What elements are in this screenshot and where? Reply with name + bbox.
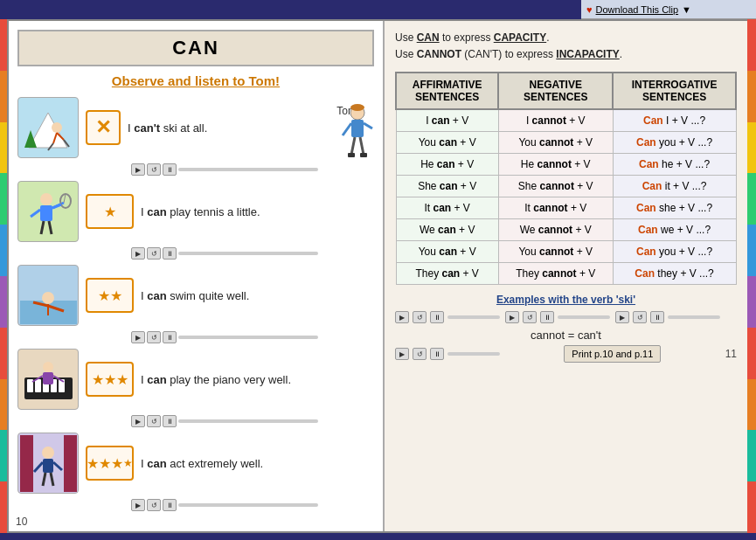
audio-group-1[interactable]: ▶ ↺ ⏸ — [395, 311, 500, 323]
sentence-text-3: I can swim quite well. — [141, 289, 374, 302]
right-panel: Use CAN to express CAPACITY. Use CANNOT … — [385, 21, 747, 531]
ex-play-2[interactable]: ▶ — [505, 311, 519, 323]
int-cell-1: Can you + V ...? — [613, 132, 736, 154]
svg-rect-19 — [40, 205, 52, 221]
audio-group-2[interactable]: ▶ ↺ ⏸ — [505, 311, 610, 323]
ex-pause-2[interactable]: ⏸ — [540, 311, 554, 323]
play-btn-2[interactable]: ▶ — [131, 247, 145, 260]
play-btn-3[interactable]: ▶ — [131, 331, 145, 343]
ex-play-3[interactable]: ▶ — [615, 311, 629, 323]
ex-stop-1[interactable]: ↺ — [413, 311, 427, 323]
audio-slider-1[interactable] — [178, 168, 318, 171]
audio-group-3[interactable]: ▶ ↺ ⏸ — [615, 311, 720, 323]
sentence-row-5: ★★★★ I can act extremely well. — [17, 433, 374, 494]
audio-slider-3[interactable] — [178, 336, 318, 339]
neg-cell-0: I cannot + V — [498, 109, 613, 132]
audio-bar-5[interactable]: ▶ ↺ ⏸ — [131, 499, 374, 511]
col-negative: NEGATIVESENTENCES — [498, 73, 613, 109]
col-affirmative: AFFIRMATIVESENTENCES — [396, 73, 498, 109]
aff-cell-5: We can + V — [396, 219, 498, 241]
int-cell-2: Can he + V ...? — [613, 154, 736, 176]
tab-seg[interactable] — [747, 328, 756, 379]
tab-seg[interactable] — [747, 430, 756, 481]
print-button[interactable]: Print p.10 and p.11 — [564, 345, 661, 363]
play-btn-4[interactable]: ▶ — [131, 415, 145, 427]
tab-seg[interactable] — [747, 481, 756, 533]
cross-box-1: ✕ — [86, 110, 121, 145]
audio-group-bottom[interactable]: ▶ ↺ ⏸ — [395, 348, 500, 360]
usage-text: Use CAN to express CAPACITY. Use CANNOT … — [395, 30, 737, 63]
stars-box-4: ★★★ — [86, 362, 134, 397]
neg-cell-2: He cannot + V — [498, 154, 613, 176]
audio-slider-2[interactable] — [178, 252, 318, 255]
stop-btn-4[interactable]: ↺ — [147, 415, 161, 427]
tab-seg[interactable] — [747, 276, 756, 328]
neg-cell-5: We cannot + V — [498, 219, 613, 241]
neg-cell-4: It cannot + V — [498, 197, 613, 219]
left-panel: CAN Observe and listen to Tom! Tom — [9, 21, 385, 531]
pause-btn-2[interactable]: ⏸ — [163, 247, 177, 260]
svg-rect-41 — [43, 372, 53, 384]
pause-btn-4[interactable]: ⏸ — [163, 415, 177, 427]
ex-slider-2[interactable] — [558, 315, 610, 319]
int-cell-4: Can she + V ...? — [613, 197, 736, 219]
audio-slider-5[interactable] — [178, 503, 318, 507]
bottom-slider[interactable] — [447, 352, 500, 356]
ex-stop-3[interactable]: ↺ — [633, 311, 647, 323]
ex-pause-3[interactable]: ⏸ — [650, 311, 664, 323]
tab-seg[interactable] — [747, 173, 756, 225]
svg-rect-46 — [64, 435, 77, 492]
col-interrogative: INTERROGATIVESENTENCES — [613, 73, 736, 109]
heart-icon: ♥ — [586, 4, 593, 15]
stop-btn-5[interactable]: ↺ — [147, 499, 161, 511]
stop-btn-2[interactable]: ↺ — [147, 247, 161, 260]
audio-bar-4[interactable]: ▶ ↺ ⏸ — [131, 415, 374, 427]
ex-pause-1[interactable]: ⏸ — [430, 311, 444, 323]
tab-seg[interactable] — [747, 19, 756, 71]
svg-rect-48 — [43, 459, 53, 473]
ex-slider-1[interactable] — [447, 315, 500, 319]
observe-text: Observe and listen to Tom! — [17, 73, 374, 88]
sentence-row-1: ✕ I can't ski at all. — [17, 97, 374, 158]
tennis-image — [17, 181, 79, 242]
pause-btn-5[interactable]: ⏸ — [163, 499, 177, 511]
cannot-eq: cannot = can't — [395, 329, 737, 342]
pause-btn-1[interactable]: ⏸ — [163, 163, 177, 176]
main-content: CAN Observe and listen to Tom! Tom — [7, 19, 749, 533]
svg-point-29 — [42, 292, 54, 304]
bottom-row: ▶ ↺ ⏸ Print p.10 and p.11 11 — [395, 345, 737, 363]
neg-cell-3: She cannot + V — [498, 176, 613, 197]
bottom-stop[interactable]: ↺ — [413, 348, 427, 360]
swim-image — [17, 265, 79, 326]
svg-point-47 — [42, 447, 54, 459]
examples-link[interactable]: Examples with the verb 'ski' — [395, 294, 737, 306]
stop-btn-1[interactable]: ↺ — [147, 163, 161, 176]
sentence-text-4: I can play the piano very well. — [141, 373, 374, 386]
tab-seg[interactable] — [747, 225, 756, 276]
page-num-left: 10 — [16, 516, 27, 528]
tab-seg[interactable] — [747, 71, 756, 122]
examples-audio-row: ▶ ↺ ⏸ ▶ ↺ ⏸ ▶ ↺ ⏸ — [395, 311, 737, 323]
tab-seg[interactable] — [747, 122, 756, 174]
play-btn-1[interactable]: ▶ — [131, 163, 145, 176]
ex-stop-2[interactable]: ↺ — [523, 311, 537, 323]
stop-btn-3[interactable]: ↺ — [147, 331, 161, 343]
int-cell-0: Can I + V ...? — [613, 109, 736, 132]
audio-bar-2[interactable]: ▶ ↺ ⏸ — [131, 247, 374, 260]
sentence-row-3: ★★ I can swim quite well. — [17, 265, 374, 326]
svg-rect-36 — [35, 379, 41, 392]
download-label[interactable]: Download This Clip — [596, 4, 679, 15]
ex-play-1[interactable]: ▶ — [395, 311, 409, 323]
bottom-play[interactable]: ▶ — [395, 348, 409, 360]
audio-bar-3[interactable]: ▶ ↺ ⏸ — [131, 331, 374, 343]
svg-rect-45 — [20, 435, 33, 492]
neg-cell-6: You cannot + V — [498, 241, 613, 263]
tab-seg[interactable] — [747, 379, 756, 431]
play-btn-5[interactable]: ▶ — [131, 499, 145, 511]
audio-slider-4[interactable] — [178, 419, 318, 423]
pause-btn-3[interactable]: ⏸ — [163, 331, 177, 343]
bottom-pause[interactable]: ⏸ — [430, 348, 444, 360]
ex-slider-3[interactable] — [668, 315, 720, 319]
int-cell-6: Can you + V ...? — [613, 241, 736, 263]
dropdown-arrow[interactable]: ▼ — [682, 4, 691, 15]
